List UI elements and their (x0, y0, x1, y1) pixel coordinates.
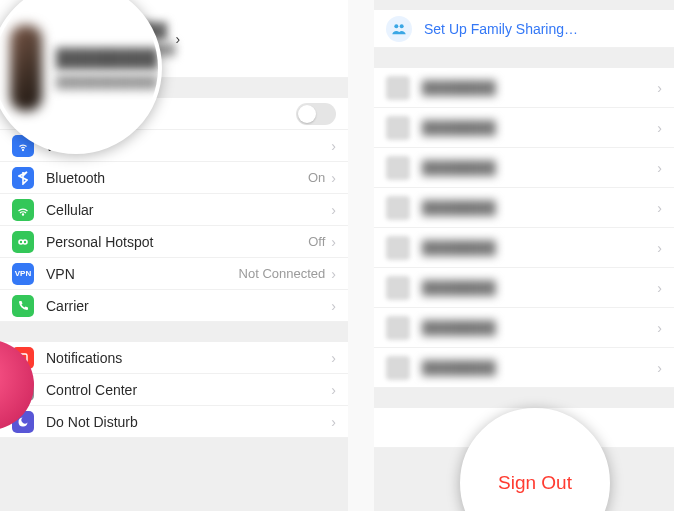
device-label: ████████ (422, 80, 496, 95)
hotspot-row[interactable]: Personal Hotspot Off › (0, 226, 348, 258)
device-label: ████████ (422, 120, 496, 135)
chevron-right-icon: › (331, 138, 336, 154)
section-gap (0, 322, 348, 342)
chevron-right-icon: › (331, 266, 336, 282)
chevron-right-icon: › (331, 350, 336, 366)
bluetooth-icon (12, 167, 34, 189)
device-icon (386, 156, 410, 180)
chevron-right-icon: › (657, 120, 662, 136)
chevron-right-icon: › (331, 170, 336, 186)
chevron-right-icon: › (657, 360, 662, 376)
sign-out-label-large: Sign Out (498, 472, 572, 494)
device-label: ████████ (422, 160, 496, 175)
profile-name-large: ████████ (56, 48, 158, 69)
device-label: ████████ (422, 240, 496, 255)
section-gap (374, 48, 674, 68)
device-row[interactable]: ████████› (374, 308, 674, 348)
cellular-label: Cellular (46, 202, 331, 218)
device-icon (386, 76, 410, 100)
hotspot-icon (12, 231, 34, 253)
vpn-label: VPN (46, 266, 239, 282)
family-icon (386, 16, 412, 42)
chevron-right-icon: › (331, 414, 336, 430)
device-icon (386, 116, 410, 140)
carrier-icon (12, 295, 34, 317)
notifications-label: Notifications (46, 350, 331, 366)
notifications-row[interactable]: Notifications › (0, 342, 348, 374)
vpn-value: Not Connected (239, 266, 326, 281)
carrier-row[interactable]: Carrier › (0, 290, 348, 322)
section-gap (374, 0, 674, 10)
dnd-row[interactable]: Do Not Disturb › (0, 406, 348, 438)
chevron-right-icon: › (657, 240, 662, 256)
device-icon (386, 236, 410, 260)
chevron-right-icon: › (331, 234, 336, 250)
hotspot-value: Off (308, 234, 325, 249)
control-center-row[interactable]: Control Center › (0, 374, 348, 406)
svg-point-7 (394, 24, 398, 28)
vpn-row[interactable]: VPN VPN Not Connected › (0, 258, 348, 290)
vpn-icon: VPN (12, 263, 34, 285)
chevron-right-icon: › (657, 200, 662, 216)
device-icon (386, 276, 410, 300)
chevron-right-icon: › (657, 160, 662, 176)
device-icon (386, 316, 410, 340)
control-center-label: Control Center (46, 382, 331, 398)
chevron-right-icon: › (657, 280, 662, 296)
family-sharing-row[interactable]: Set Up Family Sharing… (374, 10, 674, 48)
device-row[interactable]: ████████› (374, 108, 674, 148)
section-gap (374, 388, 674, 408)
svg-point-1 (22, 213, 23, 214)
chevron-right-icon: › (657, 320, 662, 336)
airplane-toggle[interactable] (296, 103, 336, 125)
bluetooth-label: Bluetooth (46, 170, 308, 186)
device-label: ████████ (422, 320, 496, 335)
device-row[interactable]: ████████› (374, 68, 674, 108)
carrier-label: Carrier (46, 298, 331, 314)
device-label: ████████ (422, 280, 496, 295)
hotspot-label: Personal Hotspot (46, 234, 308, 250)
bluetooth-row[interactable]: Bluetooth On › (0, 162, 348, 194)
device-label: ████████ (422, 200, 496, 215)
device-row[interactable]: ████████› (374, 268, 674, 308)
device-icon (386, 356, 410, 380)
svg-point-8 (400, 24, 404, 28)
chevron-right-icon: › (331, 382, 336, 398)
device-row[interactable]: ████████› (374, 148, 674, 188)
device-icon (386, 196, 410, 220)
svg-point-3 (23, 240, 27, 244)
device-row[interactable]: ████████› (374, 228, 674, 268)
avatar-large (10, 25, 42, 111)
svg-point-0 (23, 149, 24, 150)
cellular-icon (12, 199, 34, 221)
device-row[interactable]: ████████› (374, 188, 674, 228)
family-sharing-label: Set Up Family Sharing… (424, 21, 578, 37)
chevron-right-icon: › (176, 31, 181, 47)
devices-list: ████████›████████›████████›████████›████… (374, 68, 674, 388)
dnd-label: Do Not Disturb (46, 414, 331, 430)
device-label: ████████ (422, 360, 496, 375)
chevron-right-icon: › (331, 202, 336, 218)
bluetooth-value: On (308, 170, 325, 185)
profile-subtitle-large: ████████████ (56, 75, 158, 89)
device-row[interactable]: ████████› (374, 348, 674, 388)
chevron-right-icon: › (331, 298, 336, 314)
cellular-row[interactable]: Cellular › (0, 194, 348, 226)
chevron-right-icon: › (657, 80, 662, 96)
